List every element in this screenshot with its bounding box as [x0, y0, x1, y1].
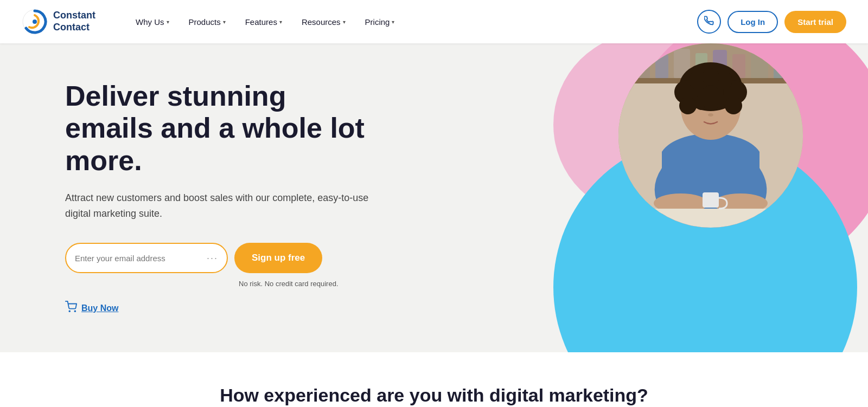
phone-button[interactable]: [697, 10, 721, 34]
logo[interactable]: Constant Contact: [22, 9, 95, 35]
logo-text: Constant Contact: [53, 10, 95, 33]
logo-line1: Constant: [53, 10, 95, 22]
hero-subtitle: Attract new customers and boost sales wi…: [65, 190, 369, 222]
email-form: ··· Sign up free: [65, 243, 369, 273]
cart-icon: [65, 301, 77, 315]
logo-icon: [22, 9, 48, 35]
svg-point-3: [74, 311, 75, 312]
nav-item-products[interactable]: Products ▾: [181, 13, 233, 31]
chevron-down-icon: ▾: [223, 19, 226, 25]
svg-rect-32: [703, 192, 719, 208]
start-trial-button[interactable]: Start trial: [784, 11, 846, 33]
hero-content: Deliver stunning emails and a whole lot …: [65, 80, 369, 316]
email-dots-icon: ···: [207, 253, 218, 264]
svg-point-2: [69, 311, 70, 312]
chevron-down-icon: ▾: [343, 19, 346, 25]
svg-point-23: [702, 68, 719, 86]
phone-icon: [704, 16, 714, 28]
login-button[interactable]: Log In: [727, 11, 778, 33]
nav-label-whyus: Why Us: [136, 17, 164, 27]
nav-item-resources[interactable]: Resources ▾: [294, 13, 353, 31]
hero-title: Deliver stunning emails and a whole lot …: [65, 80, 369, 177]
photo-circle: [618, 43, 803, 228]
svg-point-27: [717, 104, 724, 109]
svg-point-25: [725, 97, 742, 114]
buy-now-label: Buy Now: [81, 303, 118, 313]
hero-section: Deliver stunning emails and a whole lot …: [0, 43, 868, 352]
nav-item-features[interactable]: Features ▾: [238, 13, 290, 31]
email-input-wrapper[interactable]: ···: [65, 243, 228, 273]
svg-point-28: [708, 113, 713, 117]
svg-point-1: [33, 20, 37, 24]
bottom-section: How experienced are you with digital mar…: [0, 352, 868, 407]
svg-point-24: [679, 97, 697, 114]
nav-label-pricing: Pricing: [365, 17, 390, 27]
bottom-title: How experienced are you with digital mar…: [22, 385, 846, 406]
buy-now-link[interactable]: Buy Now: [65, 301, 369, 315]
nav-actions: Log In Start trial: [697, 10, 846, 34]
signup-button[interactable]: Sign up free: [234, 243, 322, 273]
navbar: Constant Contact Why Us ▾ Products ▾ Fea…: [0, 0, 868, 43]
chevron-down-icon: ▾: [392, 19, 394, 25]
person-illustration: [618, 43, 803, 228]
nav-label-resources: Resources: [302, 17, 341, 27]
svg-point-26: [697, 105, 705, 110]
nav-links: Why Us ▾ Products ▾ Features ▾ Resources…: [128, 13, 697, 31]
nav-item-whyus[interactable]: Why Us ▾: [128, 13, 177, 31]
email-input[interactable]: [75, 254, 202, 263]
chevron-down-icon: ▾: [167, 19, 169, 25]
nav-item-pricing[interactable]: Pricing ▾: [358, 13, 403, 31]
no-risk-text: No risk. No credit card required.: [239, 280, 369, 288]
nav-label-features: Features: [245, 17, 277, 27]
chevron-down-icon: ▾: [279, 19, 282, 25]
logo-line2: Contact: [53, 22, 95, 34]
nav-label-products: Products: [189, 17, 221, 27]
hero-visual: [494, 43, 868, 352]
